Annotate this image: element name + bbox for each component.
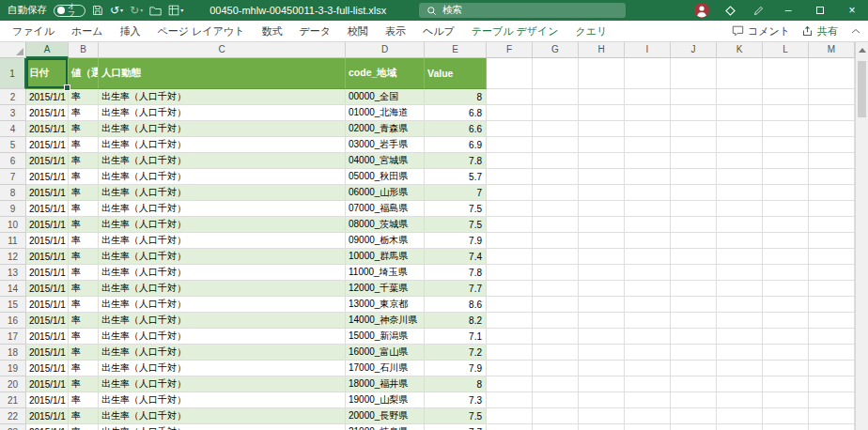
empty-cell-L7[interactable] [763,169,809,185]
column-header-C[interactable]: C [99,42,346,58]
cell-D14[interactable]: 12000_千葉県 [346,281,425,297]
cell-B17[interactable]: 率 [69,329,99,345]
cell-A21[interactable]: 2015/1/1 [26,392,69,408]
column-header-E[interactable]: E [425,42,487,58]
empty-cell-F19[interactable] [487,361,533,376]
empty-cell-L6[interactable] [763,153,809,169]
empty-cell-K3[interactable] [717,105,763,121]
empty-cell-K1[interactable] [717,58,763,89]
empty-cell-I5[interactable] [625,137,671,153]
empty-cell-I17[interactable] [625,329,671,345]
ribbon-tab-0[interactable]: ファイル [4,21,63,41]
cell-E13[interactable]: 7.8 [425,265,487,281]
cell-B12[interactable]: 率 [69,249,99,265]
ribbon-collapse-icon[interactable] [849,26,862,36]
empty-cell-G18[interactable] [533,345,579,361]
empty-cell-J18[interactable] [671,345,717,361]
empty-cell-J6[interactable] [671,153,717,169]
empty-cell-L17[interactable] [763,329,809,345]
column-header-K[interactable]: K [717,42,763,58]
empty-cell-M9[interactable] [809,201,855,217]
empty-cell-J21[interactable] [671,392,717,408]
empty-cell-I18[interactable] [625,345,671,361]
cell-D16[interactable]: 14000_神奈川県 [346,313,425,329]
cell-A15[interactable]: 2015/1/1 [26,297,69,313]
cell-E6[interactable]: 7.8 [425,153,487,169]
empty-cell-L18[interactable] [763,345,809,361]
ribbon-tab-4[interactable]: 数式 [253,21,290,41]
empty-cell-J11[interactable] [671,233,717,249]
cell-D3[interactable]: 01000_北海道 [346,105,425,121]
table-header-cell-D1[interactable]: code_地域 [346,58,425,89]
empty-cell-L4[interactable] [763,121,809,137]
empty-cell-H19[interactable] [579,361,625,376]
column-header-D[interactable]: D [346,42,425,58]
empty-cell-L2[interactable] [763,89,809,105]
empty-cell-I23[interactable] [625,424,671,430]
row-header-8[interactable]: 8 [0,185,26,201]
vertical-scrollbar[interactable] [855,42,868,430]
column-header-M[interactable]: M [809,42,855,58]
empty-cell-K2[interactable] [717,89,763,105]
empty-cell-M14[interactable] [809,281,855,297]
cell-A3[interactable]: 2015/1/1 [26,105,69,121]
row-header-5[interactable]: 5 [0,137,26,153]
empty-cell-G3[interactable] [533,105,579,121]
empty-cell-F18[interactable] [487,345,533,361]
column-header-H[interactable]: H [579,42,625,58]
cell-E11[interactable]: 7.9 [425,233,487,249]
cell-C10[interactable]: 出生率（人口千対） [99,217,346,233]
empty-cell-K13[interactable] [717,265,763,281]
row-header-15[interactable]: 15 [0,297,26,313]
autosave-toggle[interactable]: オフ [54,5,85,17]
empty-cell-J12[interactable] [671,249,717,265]
empty-cell-G23[interactable] [533,424,579,430]
cell-C18[interactable]: 出生率（人口千対） [99,345,346,361]
empty-cell-J1[interactable] [671,58,717,89]
column-header-I[interactable]: I [625,42,671,58]
table-tool-icon[interactable]: ▾ [168,5,183,16]
cell-A12[interactable]: 2015/1/1 [26,249,69,265]
empty-cell-H7[interactable] [579,169,625,185]
empty-cell-J22[interactable] [671,408,717,424]
empty-cell-G16[interactable] [533,313,579,329]
empty-cell-F12[interactable] [487,249,533,265]
empty-cell-K6[interactable] [717,153,763,169]
row-header-11[interactable]: 11 [0,233,26,249]
empty-cell-K16[interactable] [717,313,763,329]
ribbon-tab-5[interactable]: データ [290,21,339,41]
cell-A5[interactable]: 2015/1/1 [26,137,69,153]
cell-B11[interactable]: 率 [69,233,99,249]
empty-cell-H5[interactable] [579,137,625,153]
empty-cell-L9[interactable] [763,201,809,217]
cell-C15[interactable]: 出生率（人口千対） [99,297,346,313]
cell-A6[interactable]: 2015/1/1 [26,153,69,169]
cell-A13[interactable]: 2015/1/1 [26,265,69,281]
cell-B23[interactable]: 率 [69,424,99,430]
cell-D13[interactable]: 11000_埼玉県 [346,265,425,281]
cell-D6[interactable]: 04000_宮城県 [346,153,425,169]
empty-cell-M19[interactable] [809,361,855,376]
empty-cell-G11[interactable] [533,233,579,249]
empty-cell-J23[interactable] [671,424,717,430]
ribbon-tab-3[interactable]: ページ レイアウト [149,21,254,41]
cell-E2[interactable]: 8 [425,89,487,105]
empty-cell-L3[interactable] [763,105,809,121]
ribbon-tab-7[interactable]: 表示 [377,21,414,41]
empty-cell-H1[interactable] [579,58,625,89]
empty-cell-H11[interactable] [579,233,625,249]
cell-E8[interactable]: 7 [425,185,487,201]
empty-cell-G19[interactable] [533,361,579,376]
empty-cell-H4[interactable] [579,121,625,137]
cell-D7[interactable]: 05000_秋田県 [346,169,425,185]
empty-cell-K9[interactable] [717,201,763,217]
table-header-cell-B1[interactable]: 値（選択） [69,58,99,89]
empty-cell-H13[interactable] [579,265,625,281]
empty-cell-I4[interactable] [625,121,671,137]
cell-C19[interactable]: 出生率（人口千対） [99,361,346,376]
empty-cell-I21[interactable] [625,392,671,408]
cell-B10[interactable]: 率 [69,217,99,233]
empty-cell-G20[interactable] [533,376,579,392]
cell-B2[interactable]: 率 [69,89,99,105]
empty-cell-J17[interactable] [671,329,717,345]
